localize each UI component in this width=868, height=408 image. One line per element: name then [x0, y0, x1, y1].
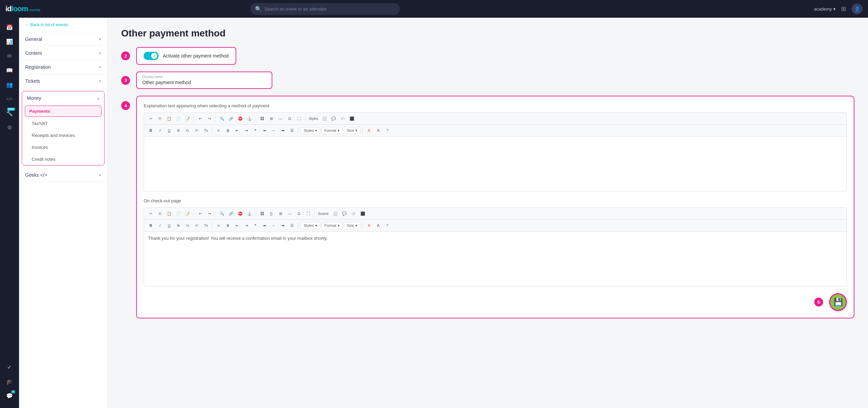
paste-word-icon[interactable]: 📝: [183, 114, 192, 123]
nav-item-invoices[interactable]: Invoices: [22, 141, 104, 153]
anchor-icon[interactable]: ⚓: [245, 114, 254, 123]
outdent-btn[interactable]: ⇤: [233, 126, 241, 135]
table-icon[interactable]: ⊞: [267, 114, 275, 123]
unlink-icon[interactable]: ⛔: [236, 209, 244, 218]
outdent-btn[interactable]: ⇤: [233, 221, 241, 230]
styles-dropdown[interactable]: Styles ▾: [301, 127, 320, 134]
back-to-events-link[interactable]: ← Back to list of events: [19, 18, 107, 32]
align-left-btn[interactable]: ⬅: [260, 221, 269, 230]
find-icon[interactable]: 🔍: [218, 114, 226, 123]
underline-btn[interactable]: U: [165, 221, 173, 230]
align-center-btn[interactable]: ↔: [270, 221, 278, 230]
hr-icon[interactable]: —: [276, 114, 285, 123]
align-right-btn[interactable]: ➡: [279, 221, 287, 230]
display-name-field[interactable]: Display name: [136, 72, 272, 89]
blocks-icon[interactable]: ⬛: [359, 209, 367, 218]
cut-icon[interactable]: ✂: [147, 209, 155, 218]
image-icon[interactable]: 🖼: [258, 209, 266, 218]
subscript-btn[interactable]: X₂: [183, 126, 192, 135]
ordered-list-btn[interactable]: ≡: [214, 221, 223, 230]
italic-btn[interactable]: I: [156, 126, 164, 135]
unordered-list-btn[interactable]: ≣: [224, 126, 232, 135]
size-dropdown[interactable]: Size ▾: [344, 222, 360, 229]
max-icon[interactable]: ⛶: [304, 209, 312, 218]
comment-icon[interactable]: 〈/〉: [339, 114, 347, 123]
save-button[interactable]: 💾: [829, 293, 847, 311]
superscript-btn[interactable]: X²: [193, 126, 201, 135]
paste-icon[interactable]: 📋: [165, 114, 173, 123]
align-right-btn[interactable]: ➡: [279, 126, 287, 135]
sidebar-icon-users[interactable]: 👥: [3, 78, 16, 91]
sidebar-icon-graduation[interactable]: 🎓: [3, 375, 16, 388]
nav-item-receipts[interactable]: Receipts and invoices: [22, 129, 104, 141]
nav-section-geeks-header[interactable]: Geeks </> ▾: [19, 168, 107, 182]
italic-btn[interactable]: I: [156, 221, 164, 230]
checkout-content[interactable]: Thank you for your registration! You wil…: [144, 232, 847, 286]
anchor-icon[interactable]: ⚓: [245, 209, 254, 218]
sidebar-icon-calendar[interactable]: 📅: [3, 20, 16, 34]
activate-toggle[interactable]: Activate other payment method: [136, 47, 236, 65]
bg-color-btn[interactable]: A: [374, 221, 382, 230]
toggle-switch[interactable]: [144, 52, 159, 60]
styles-dropdown[interactable]: Styles ▾: [301, 222, 320, 229]
undo-icon[interactable]: ↩: [196, 209, 204, 218]
strikethrough-btn[interactable]: S: [174, 126, 182, 135]
nav-section-money-header[interactable]: Money ▴: [22, 91, 104, 105]
align-left-btn[interactable]: ⬅: [260, 126, 269, 135]
sidebar-icon-settings[interactable]: ⚙: [3, 121, 16, 134]
link-icon[interactable]: 🔗: [227, 209, 235, 218]
align-justify-btn[interactable]: ☰: [288, 126, 296, 135]
underline-btn[interactable]: U: [165, 126, 173, 135]
special-char-icon[interactable]: Ω: [295, 209, 303, 218]
blocks-icon[interactable]: ⬛: [348, 114, 356, 123]
format-dropdown[interactable]: Format ▾: [321, 222, 343, 229]
sidebar-icon-email[interactable]: ✉: [3, 49, 16, 63]
nav-section-tickets-header[interactable]: Tickets ▾: [19, 74, 107, 88]
copy-icon[interactable]: ⎘: [156, 209, 164, 218]
preview-icon[interactable]: ⬜: [320, 114, 328, 123]
format-dropdown[interactable]: Format ▾: [321, 127, 343, 134]
redo-icon[interactable]: ↪: [205, 209, 213, 218]
indent-btn[interactable]: ⇥: [242, 126, 250, 135]
special-char-icon[interactable]: Ω: [286, 114, 294, 123]
display-name-input[interactable]: [142, 80, 266, 85]
hr-icon[interactable]: —: [286, 209, 294, 218]
find-icon[interactable]: 🔍: [218, 209, 226, 218]
strikethrough-btn[interactable]: S: [174, 221, 182, 230]
help-btn[interactable]: ?: [383, 126, 391, 135]
unlink-icon[interactable]: ⛔: [236, 114, 244, 123]
nav-item-taxvat[interactable]: Tax/VAT: [22, 117, 104, 129]
sidebar-icon-check[interactable]: ✔: [3, 360, 16, 374]
size-dropdown[interactable]: Size ▾: [344, 127, 360, 134]
copy-icon[interactable]: ⎘: [156, 114, 164, 123]
grid-icon[interactable]: ⊞: [841, 5, 846, 13]
nav-section-content-header[interactable]: Content ▾: [19, 46, 107, 60]
paste-text-icon[interactable]: 📄: [174, 209, 182, 218]
source-btn[interactable]: Source: [317, 209, 330, 218]
help-btn[interactable]: ?: [383, 221, 391, 230]
user-menu[interactable]: academy ▾: [814, 6, 836, 12]
redo-icon[interactable]: ↪: [205, 114, 213, 123]
bold-btn[interactable]: B: [147, 221, 155, 230]
superscript-btn[interactable]: X²: [193, 221, 201, 230]
ordered-list-btn[interactable]: ≡: [214, 126, 223, 135]
source-btn[interactable]: Styles: [307, 114, 319, 123]
blockquote-btn[interactable]: ❝: [251, 221, 259, 230]
subscript-btn[interactable]: X₂: [183, 221, 192, 230]
remove-format-btn[interactable]: Tx: [202, 126, 210, 135]
paste-text-icon[interactable]: 📄: [174, 114, 182, 123]
cut-icon[interactable]: ✂: [147, 114, 155, 123]
sidebar-icon-code[interactable]: </>: [3, 92, 16, 106]
unordered-list-btn[interactable]: ≣: [224, 221, 232, 230]
nav-item-payments[interactable]: Payments: [25, 106, 101, 117]
align-justify-btn[interactable]: ☰: [288, 221, 296, 230]
search-bar[interactable]: 🔍: [250, 3, 400, 15]
sidebar-icon-chart[interactable]: 📊: [3, 35, 16, 48]
image-icon[interactable]: 🖼: [258, 114, 266, 123]
blockquote-btn[interactable]: ❝: [251, 126, 259, 135]
nav-item-credit-notes[interactable]: Credit notes: [22, 153, 104, 165]
indent-btn[interactable]: ⇥: [242, 221, 250, 230]
undo-icon[interactable]: ↩: [196, 114, 204, 123]
preview-icon[interactable]: ⬜: [331, 209, 339, 218]
font-color-btn[interactable]: A: [365, 221, 373, 230]
